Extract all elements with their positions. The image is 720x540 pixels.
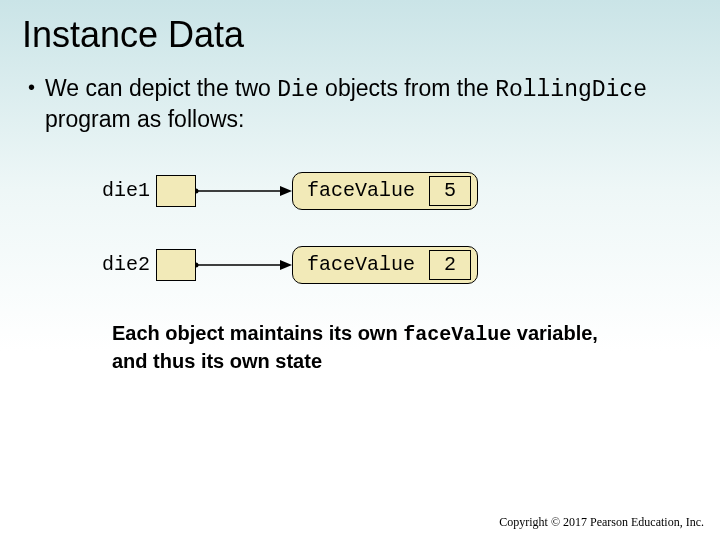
object-row: die2 faceValue 2 (92, 246, 698, 284)
arrow-icon (196, 255, 292, 275)
arrow (196, 176, 292, 206)
caption-pre: Each object maintains its own (112, 322, 403, 344)
svg-point-5 (196, 262, 199, 267)
caption-text: Each object maintains its own faceValue … (112, 320, 612, 374)
bullet-code-1: Die (277, 77, 318, 103)
field-label: faceValue (293, 247, 429, 283)
arrow-icon (196, 181, 292, 201)
bullet-pre: We can depict the two (45, 75, 277, 101)
bullet-post: program as follows: (45, 106, 244, 132)
reference-box (156, 175, 196, 207)
bullet-line: • We can depict the two Die objects from… (28, 74, 698, 134)
object-box: faceValue 2 (292, 246, 478, 284)
bullet-text: We can depict the two Die objects from t… (45, 74, 698, 134)
object-row: die1 faceValue 5 (92, 172, 698, 210)
bullet-code-2: RollingDice (495, 77, 647, 103)
svg-marker-4 (280, 260, 292, 270)
variable-label: die2 (92, 253, 150, 276)
arrow (196, 250, 292, 280)
copyright-text: Copyright © 2017 Pearson Education, Inc. (499, 515, 704, 530)
caption-code: faceValue (403, 323, 511, 346)
object-box: faceValue 5 (292, 172, 478, 210)
svg-point-2 (196, 188, 199, 193)
bullet-mid: objects from the (319, 75, 495, 101)
field-label: faceValue (293, 173, 429, 209)
svg-marker-1 (280, 186, 292, 196)
field-value: 5 (429, 176, 471, 206)
bullet-marker: • (28, 74, 35, 101)
field-value: 2 (429, 250, 471, 280)
object-diagram: die1 faceValue 5 die2 (92, 172, 698, 284)
reference-box (156, 249, 196, 281)
slide-title: Instance Data (22, 14, 698, 56)
variable-label: die1 (92, 179, 150, 202)
